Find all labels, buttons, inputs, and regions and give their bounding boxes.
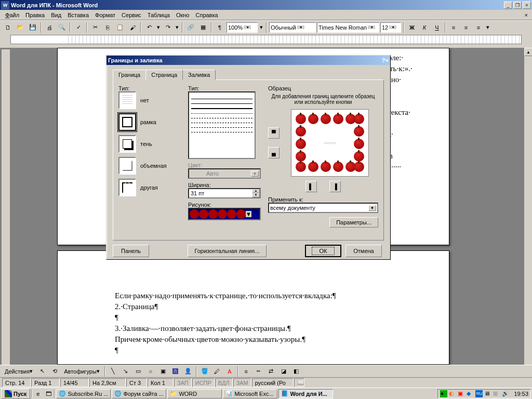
status-ext[interactable]: ВДЛ <box>215 378 233 387</box>
undo-icon[interactable]: ↶ <box>143 22 155 33</box>
task-excel[interactable]: 📊 Microsoft Exc... <box>223 389 277 398</box>
preset-custom[interactable]: другая <box>118 179 181 196</box>
horizontal-line-button[interactable]: Горизонтальная линия... <box>188 245 266 257</box>
format-painter-icon[interactable]: 🖌 <box>127 22 138 33</box>
underline-button[interactable]: Ч <box>431 22 443 33</box>
wordart-icon[interactable]: 🅰 <box>170 366 181 377</box>
paragraph-marks-icon[interactable]: ¶ <box>214 22 225 33</box>
options-button[interactable]: Параметры... <box>329 217 378 228</box>
new-doc-icon[interactable]: 🗋 <box>2 22 14 33</box>
close-button[interactable]: × <box>523 2 531 9</box>
copy-icon[interactable]: ⎘ <box>102 22 113 33</box>
status-lang[interactable]: русский (Ро <box>252 378 294 387</box>
redo-dropdown-icon[interactable]: ▾ <box>175 22 180 33</box>
dialog-titlebar[interactable]: Границы и заливка ? × <box>107 56 390 65</box>
save-icon[interactable]: 💾 <box>27 22 38 33</box>
tab-fill[interactable]: Заливка <box>182 70 216 80</box>
task-forum[interactable]: 🌐 Форум сайта ... <box>112 389 166 398</box>
align-right-icon[interactable]: ≡ <box>473 22 484 33</box>
menu-tools[interactable]: Сервис <box>118 11 144 19</box>
autoshapes-menu[interactable]: Автофигуры ▾ <box>61 366 102 377</box>
page-2[interactable]: Если·рамку·надо·применять·к·странице,·то… <box>57 250 449 365</box>
toolbar-more-icon[interactable]: ▾ <box>259 22 264 33</box>
paste-icon[interactable]: 📋 <box>114 22 126 33</box>
print-icon[interactable]: 🖨 <box>44 22 55 33</box>
align-center-icon[interactable]: ≡ <box>460 22 472 33</box>
font-combo[interactable]: Times New Roman▼ <box>317 22 379 33</box>
redo-icon[interactable]: ↷ <box>162 22 174 33</box>
tray-clock[interactable]: 19:53 <box>514 391 528 397</box>
menu-window[interactable]: Окно <box>173 11 193 19</box>
panel-button[interactable]: Панель <box>113 245 149 257</box>
font-size-combo[interactable]: 12▼ <box>380 22 401 33</box>
quick-launch-ie-icon[interactable]: e <box>33 389 43 398</box>
menu-format[interactable]: Формат <box>92 11 118 19</box>
line-style-list[interactable] <box>188 91 256 159</box>
line-tool-icon[interactable]: ╲ <box>108 366 119 377</box>
preset-none[interactable]: нет <box>118 91 181 109</box>
tray-icon-1[interactable]: ● <box>440 390 447 397</box>
menu-edit[interactable]: Правка <box>22 11 48 19</box>
vertical-scrollbar[interactable]: ▲ <box>524 48 532 369</box>
undo-dropdown-icon[interactable]: ▾ <box>156 22 161 33</box>
shadow-icon[interactable]: ◪ <box>278 366 289 377</box>
arrow-tool-icon[interactable]: ↘ <box>120 366 131 377</box>
minimize-button[interactable]: _ <box>504 2 512 9</box>
bold-button[interactable]: Ж <box>406 22 418 33</box>
menu-view[interactable]: Вид <box>48 11 64 19</box>
start-button[interactable]: Пуск <box>1 389 30 399</box>
menu-file[interactable]: Файл <box>2 11 22 19</box>
oval-tool-icon[interactable]: ○ <box>145 366 156 377</box>
clipart-icon[interactable]: 👤 <box>182 366 194 377</box>
rotate-icon[interactable]: ⟲ <box>49 366 60 377</box>
cancel-button[interactable]: Отмена <box>345 245 382 257</box>
tray-icon-4[interactable]: ◆ <box>467 390 474 397</box>
align-left-icon[interactable]: ≡ <box>448 22 459 33</box>
format-more-icon[interactable]: ▾ <box>485 22 490 33</box>
art-combo[interactable]: ▼ <box>188 208 261 220</box>
border-right-toggle[interactable]: ▐ <box>329 181 341 192</box>
border-left-toggle[interactable]: ▌ <box>305 181 317 192</box>
tray-volume-icon[interactable]: 🔊 <box>502 390 509 397</box>
tab-page[interactable]: Страница <box>145 70 183 80</box>
tables-borders-icon[interactable]: ▦ <box>197 22 209 33</box>
quick-launch-desktop-icon[interactable]: 🗔 <box>44 389 53 398</box>
arrow-style-icon[interactable]: ⇄ <box>265 366 277 377</box>
tab-border[interactable]: Граница <box>113 70 146 80</box>
zoom-combo[interactable]: 100%▼ <box>227 22 258 33</box>
font-color-icon[interactable]: A <box>224 366 235 377</box>
status-rec[interactable]: ЗАП <box>174 378 192 387</box>
menu-table[interactable]: Таблица <box>144 11 173 19</box>
textbox-tool-icon[interactable]: ▣ <box>157 366 169 377</box>
dash-style-icon[interactable]: ┅ <box>253 366 264 377</box>
border-preview[interactable]: ═══ <box>291 109 369 177</box>
dialog-close-button[interactable]: × <box>385 57 389 63</box>
status-spellcheck-icon[interactable]: 📖 <box>294 378 304 387</box>
3d-icon[interactable]: ◧ <box>290 366 302 377</box>
tray-icon-3[interactable]: ▣ <box>458 390 465 397</box>
restore-button[interactable]: ❐ <box>513 2 522 9</box>
style-combo[interactable]: Обычный▼ <box>269 22 316 33</box>
actions-menu[interactable]: Действия ▾ <box>2 366 35 377</box>
menu-insert[interactable]: Вставка <box>64 11 92 19</box>
dialog-help-button[interactable]: ? <box>382 57 385 63</box>
line-color-icon[interactable]: 🖊 <box>211 366 223 377</box>
ok-button[interactable]: ОК <box>305 245 341 257</box>
line-style-icon[interactable]: ≡ <box>241 366 252 377</box>
cut-icon[interactable]: ✂ <box>89 22 101 33</box>
doc-close-button[interactable]: × <box>523 12 530 18</box>
open-icon[interactable]: 📂 <box>15 22 26 33</box>
border-bottom-toggle[interactable]: ▄ <box>268 147 280 158</box>
width-spinner[interactable]: 31 пт▲▼ <box>188 188 261 198</box>
vertical-ruler[interactable] <box>1 49 10 369</box>
preset-shadow[interactable]: тень <box>118 135 181 153</box>
spin-up-icon[interactable]: ▲ <box>252 189 260 193</box>
spellcheck-icon[interactable]: ✓ <box>73 22 84 33</box>
italic-button[interactable]: К <box>419 22 430 33</box>
tray-icon-7[interactable]: ⊞ <box>493 390 500 397</box>
preset-3d[interactable]: объемная <box>118 157 181 175</box>
print-preview-icon[interactable]: 🔍 <box>56 22 68 33</box>
border-top-toggle[interactable]: ▀ <box>268 127 280 139</box>
tray-icon-6[interactable]: 🖥 <box>484 390 491 397</box>
task-subscribe[interactable]: 🌐 Subscribe.Ru ... <box>56 389 111 398</box>
